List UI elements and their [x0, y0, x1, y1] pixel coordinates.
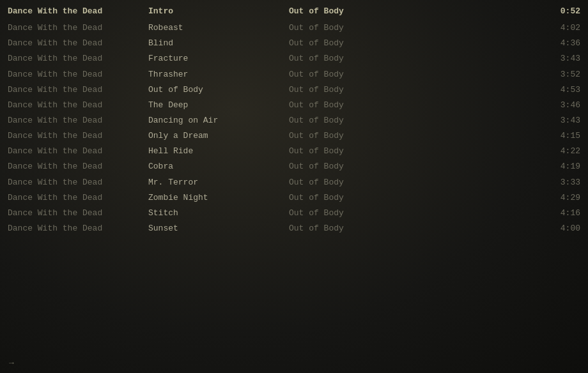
track-album: Out of Body — [289, 22, 366, 34]
track-artist: Dance With the Dead — [8, 99, 148, 112]
track-title: Mr. Terror — [148, 176, 289, 189]
track-artist: Dance With the Dead — [8, 37, 148, 50]
track-duration: 3:43 — [542, 52, 580, 65]
track-list: Dance With the Dead Intro Out of Body 0:… — [0, 0, 588, 236]
table-row[interactable]: Dance With the DeadZombie NightOut of Bo… — [0, 190, 588, 206]
table-row[interactable]: Dance With the DeadHell RideOut of Body4… — [0, 144, 588, 159]
track-album: Out of Body — [289, 37, 366, 50]
track-album: Out of Body — [289, 68, 366, 81]
track-duration: 4:19 — [542, 160, 580, 173]
track-title: The Deep — [148, 99, 289, 112]
track-title: Thrasher — [148, 68, 289, 81]
track-album: Out of Body — [289, 84, 366, 96]
track-duration: 4:29 — [542, 192, 580, 204]
track-artist: Dance With the Dead — [8, 160, 148, 173]
track-title: Sunset — [148, 222, 289, 235]
track-album: Out of Body — [289, 207, 366, 220]
table-row[interactable]: Dance With the DeadOnly a DreamOut of Bo… — [0, 128, 588, 144]
track-artist: Dance With the Dead — [8, 176, 148, 189]
track-artist: Dance With the Dead — [8, 68, 148, 81]
track-album: Out of Body — [289, 99, 366, 112]
table-row[interactable]: Dance With the DeadMr. TerrorOut of Body… — [0, 175, 588, 190]
table-row[interactable]: Dance With the DeadDancing on AirOut of … — [0, 113, 588, 128]
track-album: Out of Body — [289, 192, 366, 204]
table-row[interactable]: Dance With the DeadOut of BodyOut of Bod… — [0, 82, 588, 98]
track-title: Cobra — [148, 160, 289, 173]
track-duration: 4:16 — [542, 207, 580, 220]
track-album: Out of Body — [289, 176, 366, 189]
table-row[interactable]: Dance With the DeadStitchOut of Body4:16 — [0, 206, 588, 221]
track-artist: Dance With the Dead — [8, 222, 148, 235]
track-artist: Dance With the Dead — [8, 145, 148, 158]
track-title: Stitch — [148, 207, 289, 220]
track-duration: 4:22 — [542, 145, 580, 158]
track-album: Out of Body — [289, 114, 366, 127]
table-row[interactable]: Dance With the DeadThe DeepOut of Body3:… — [0, 98, 588, 113]
track-duration: 4:36 — [542, 37, 580, 50]
track-duration: 4:00 — [542, 222, 580, 235]
track-title: Robeast — [148, 22, 289, 34]
track-duration: 3:43 — [542, 114, 580, 127]
track-duration: 3:33 — [542, 176, 580, 189]
table-row[interactable]: Dance With the DeadThrasherOut of Body3:… — [0, 67, 588, 82]
track-artist: Dance With the Dead — [8, 52, 148, 65]
track-title: Dancing on Air — [148, 114, 289, 127]
track-artist: Dance With the Dead — [8, 84, 148, 96]
track-artist: Dance With the Dead — [8, 114, 148, 127]
table-row[interactable]: Dance With the DeadBlindOut of Body4:36 — [0, 36, 588, 51]
table-row[interactable]: Dance With the DeadFractureOut of Body3:… — [0, 51, 588, 66]
arrow-indicator: → — [9, 358, 14, 368]
header-duration: 0:52 — [542, 5, 580, 18]
track-album: Out of Body — [289, 222, 366, 235]
track-duration: 4:53 — [542, 84, 580, 96]
track-duration: 4:15 — [542, 130, 580, 142]
table-row[interactable]: Dance With the DeadRobeastOut of Body4:0… — [0, 20, 588, 36]
track-title: Blind — [148, 37, 289, 50]
track-title: Out of Body — [148, 84, 289, 96]
track-title: Fracture — [148, 52, 289, 65]
track-title: Hell Ride — [148, 145, 289, 158]
track-artist: Dance With the Dead — [8, 207, 148, 220]
table-row[interactable]: Dance With the DeadSunsetOut of Body4:00 — [0, 221, 588, 236]
track-duration: 4:02 — [542, 22, 580, 34]
track-artist: Dance With the Dead — [8, 192, 148, 204]
track-title: Zombie Night — [148, 192, 289, 204]
track-album: Out of Body — [289, 145, 366, 158]
header-title: Intro — [148, 5, 289, 18]
track-title: Only a Dream — [148, 130, 289, 142]
track-duration: 3:52 — [542, 68, 580, 81]
track-duration: 3:46 — [542, 99, 580, 112]
track-list-header: Dance With the Dead Intro Out of Body 0:… — [0, 4, 588, 19]
track-artist: Dance With the Dead — [8, 130, 148, 142]
header-artist: Dance With the Dead — [8, 5, 148, 18]
table-row[interactable]: Dance With the DeadCobraOut of Body4:19 — [0, 159, 588, 174]
track-album: Out of Body — [289, 160, 366, 173]
header-album: Out of Body — [289, 5, 366, 18]
track-album: Out of Body — [289, 52, 366, 65]
track-artist: Dance With the Dead — [8, 22, 148, 34]
track-album: Out of Body — [289, 130, 366, 142]
